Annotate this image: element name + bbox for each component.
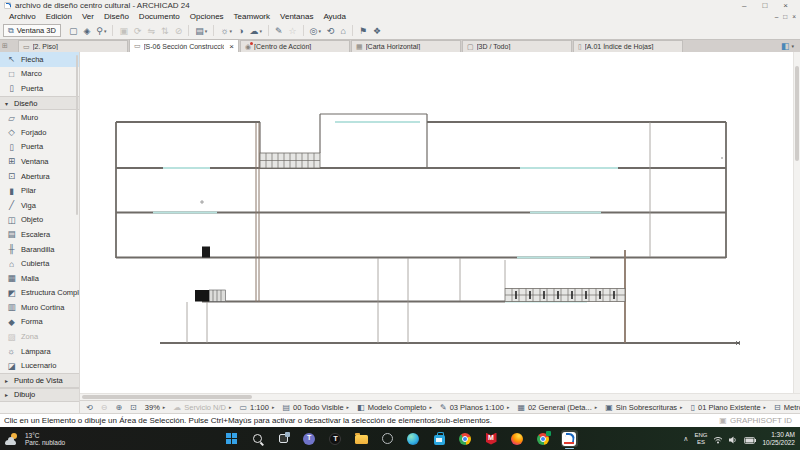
- layers-icon[interactable]: ▤▾: [192, 24, 210, 37]
- tab-close-icon[interactable]: ×: [229, 42, 234, 51]
- tool-estructura-compleja[interactable]: ◩Estructura Compleja: [0, 286, 79, 301]
- home-story-icon[interactable]: ⌂: [337, 24, 348, 37]
- taskbar-clock[interactable]: 1:30 AM 10/25/2022: [762, 431, 795, 446]
- trim-icon[interactable]: ⊘: [172, 24, 186, 37]
- search-icon[interactable]: [249, 430, 266, 447]
- teams-icon[interactable]: [301, 430, 318, 447]
- perspective-icon[interactable]: ▢: [66, 24, 81, 37]
- quick-options-icon[interactable]: ◧▾: [777, 41, 798, 52]
- tool-pilar[interactable]: ▮Pilar: [0, 183, 79, 198]
- archicad-taskbar-icon[interactable]: [561, 430, 578, 447]
- section-punto-de-vista[interactable]: ▸Punto de Vista: [0, 373, 79, 388]
- zoom-in-icon[interactable]: ⊕: [111, 401, 126, 413]
- weather-widget[interactable]: 13°C Parc. nublado: [5, 432, 65, 446]
- nav-back-icon[interactable]: ⟲: [82, 401, 97, 413]
- tool-viga[interactable]: ╱Viga: [0, 198, 79, 213]
- browser-badge-icon[interactable]: [535, 430, 552, 447]
- tool-forma[interactable]: ◆Forma: [0, 315, 79, 330]
- zoom-level[interactable]: 39%▸: [141, 401, 170, 413]
- start-button[interactable]: [223, 430, 240, 447]
- mirror-icon[interactable]: ⇋: [145, 24, 159, 37]
- tab-3d-todo[interactable]: ▢[3D / Todo]: [462, 40, 572, 52]
- file-explorer-icon[interactable]: [353, 430, 370, 447]
- toolbar-icon[interactable]: [188, 25, 189, 36]
- menu-opciones[interactable]: Opciones: [185, 12, 229, 21]
- section-diseno[interactable]: ▾Diseño: [0, 96, 79, 111]
- battery-icon[interactable]: [744, 430, 756, 448]
- toolbar-icon[interactable]: [213, 25, 214, 36]
- chrome-icon[interactable]: [457, 430, 474, 447]
- elevate-icon[interactable]: ⇅: [158, 24, 172, 37]
- explore-model-icon[interactable]: ⚲▾: [93, 24, 109, 37]
- tray-chevron-icon[interactable]: ∧: [683, 435, 688, 443]
- brush-icon[interactable]: ✎: [272, 24, 286, 37]
- toolbar-icon[interactable]: [352, 25, 353, 36]
- tool-puerta-seleccion[interactable]: ▯Puerta: [0, 81, 79, 96]
- menu-ventanas[interactable]: Ventanas: [275, 12, 318, 21]
- horizontal-scrollbar[interactable]: [80, 393, 800, 400]
- structure-display[interactable]: ◧Modelo Completo▸: [353, 401, 436, 413]
- tab-overview-button[interactable]: ⊞: [2, 40, 17, 52]
- tool-lucernario[interactable]: ◪Lucernario: [0, 358, 79, 373]
- menu-documento[interactable]: Documento: [134, 12, 185, 21]
- dell-icon[interactable]: [379, 430, 396, 447]
- flag-icon[interactable]: ⚑: [356, 24, 370, 37]
- renovation-filter[interactable]: ▯01 Plano Existente▸: [687, 401, 770, 413]
- menu-archivo[interactable]: Archivo: [4, 12, 41, 21]
- toolbar-icon[interactable]: [303, 25, 304, 36]
- maximize-button[interactable]: □: [762, 1, 767, 10]
- tool-cubierta[interactable]: ⌂Cubierta: [0, 256, 79, 271]
- rotate-icon[interactable]: ⟳: [131, 24, 145, 37]
- menu-ayuda[interactable]: Ayuda: [318, 12, 351, 21]
- tab-indice-de-hojas[interactable]: ▯[A.01 Índice de Hojas]: [573, 40, 683, 52]
- minimize-button[interactable]: –: [742, 1, 746, 10]
- cloud-render-icon[interactable]: ☁▾: [246, 24, 265, 37]
- camera-icon[interactable]: ◎▾: [307, 24, 324, 37]
- tab-2-piso[interactable]: ▭[2. Piso]: [18, 40, 128, 52]
- drawing-canvas[interactable]: [80, 52, 800, 393]
- model-view-options[interactable]: ▦02 General (Deta...▸: [513, 401, 601, 413]
- menu-teamwork[interactable]: Teamwork: [229, 12, 275, 21]
- zoom-out-icon[interactable]: ⊖: [97, 401, 112, 413]
- axonometry-icon[interactable]: ◈: [80, 24, 93, 37]
- toolbar-icon[interactable]: [112, 25, 113, 36]
- horizontal-scrollbar-thumb[interactable]: [82, 395, 252, 399]
- doc-close-button[interactable]: ×: [792, 13, 796, 20]
- tool-ventana[interactable]: ⊞Ventana: [0, 154, 79, 169]
- sun-settings-icon[interactable]: ☼▾: [217, 24, 235, 37]
- sync-icon[interactable]: ⟲: [324, 24, 338, 37]
- language-switcher[interactable]: ENG ES: [694, 432, 707, 445]
- vertical-scrollbar[interactable]: [793, 52, 800, 393]
- layer-combination[interactable]: ▤00 Todo Visible▸: [278, 401, 353, 413]
- store-icon[interactable]: [431, 430, 448, 447]
- volume-icon[interactable]: [729, 430, 738, 448]
- working-units[interactable]: ⊟Metros▸: [770, 401, 800, 413]
- menu-edicion[interactable]: Edición: [41, 12, 77, 21]
- tool-muro-cortina[interactable]: ▥Muro Cortina: [0, 300, 79, 315]
- tool-muro[interactable]: ▱Muro: [0, 110, 79, 125]
- tool-objeto[interactable]: ◫Objeto: [0, 213, 79, 228]
- tab-carta-horizontal[interactable]: ▦[Carta Horizontal]: [351, 40, 461, 52]
- tool-zona[interactable]: ▨Zona: [0, 329, 79, 344]
- toolbar-icon[interactable]: [268, 25, 269, 36]
- firefox-icon[interactable]: [509, 430, 526, 447]
- tool-marco[interactable]: □Marco: [0, 67, 79, 82]
- share-icon[interactable]: ❖: [370, 24, 384, 37]
- pen-set[interactable]: ✎03 Planos 1:100▸: [436, 401, 513, 413]
- shadow-icon[interactable]: ◑: [235, 24, 246, 37]
- tool-lampara[interactable]: ☼Lámpara: [0, 344, 79, 359]
- menu-ver[interactable]: Ver: [77, 12, 99, 21]
- mcafee-icon[interactable]: [483, 430, 500, 447]
- graphic-overrides[interactable]: ▣Sin Sobrescrituras▸: [601, 401, 686, 413]
- tool-abertura[interactable]: ⊡Abertura: [0, 169, 79, 184]
- marquee-3d-icon[interactable]: ▣: [116, 24, 131, 37]
- tool-barandilla[interactable]: ╫Barandilla: [0, 242, 79, 257]
- menu-diseno[interactable]: Diseño: [99, 12, 134, 21]
- tool-forjado[interactable]: ◇Forjado: [0, 125, 79, 140]
- tool-puerta[interactable]: ▯Puerta: [0, 140, 79, 155]
- tool-escalera[interactable]: ▤Escalera: [0, 227, 79, 242]
- bimcloud-service[interactable]: ☁Servicio N/D▸: [169, 401, 235, 413]
- tab-seccion-construccion[interactable]: ▭[S-06 Sección Construcción]×: [129, 39, 239, 52]
- graphisoft-id[interactable]: ▣ GRAPHISOFT ID: [719, 416, 796, 425]
- section-dibujo[interactable]: ▸Dibujo: [0, 388, 79, 403]
